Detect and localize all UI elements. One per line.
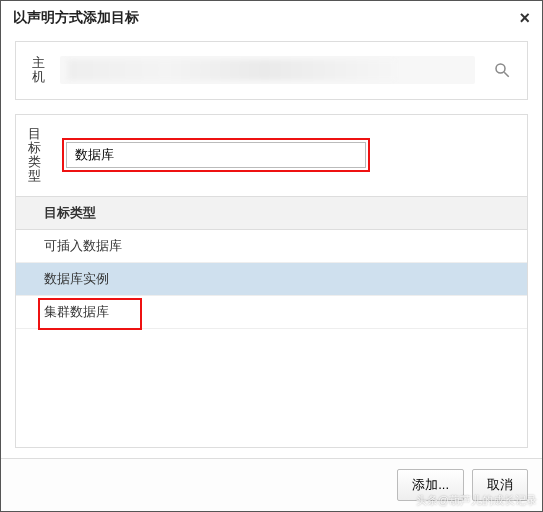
list-item[interactable]: 数据库实例 — [16, 263, 527, 296]
svg-point-0 — [496, 64, 505, 73]
host-row: 主机 — [32, 56, 511, 85]
target-type-row: 目标类型 — [16, 127, 527, 196]
svg-line-1 — [504, 73, 509, 78]
target-type-panel: 目标类型 目标类型 可插入数据库 数据库实例 集群数据库 — [15, 114, 528, 448]
close-icon[interactable]: × — [519, 9, 530, 27]
host-blur — [68, 60, 395, 80]
dialog-footer: 添加... 取消 — [1, 458, 542, 511]
host-input[interactable] — [60, 56, 475, 84]
target-type-input-highlight — [62, 138, 370, 172]
list-header: 目标类型 — [16, 196, 527, 230]
target-type-label: 目标类型 — [28, 127, 44, 184]
list-item[interactable]: 集群数据库 — [16, 296, 527, 329]
cancel-button[interactable]: 取消 — [472, 469, 528, 501]
host-panel: 主机 — [15, 41, 528, 100]
search-icon[interactable] — [493, 61, 511, 79]
list-item[interactable]: 可插入数据库 — [16, 230, 527, 263]
titlebar: 以声明方式添加目标 × — [1, 1, 542, 35]
target-type-input[interactable] — [66, 142, 366, 168]
host-label: 主机 — [32, 56, 50, 85]
dialog-title: 以声明方式添加目标 — [13, 9, 139, 27]
dialog-content: 主机 目标类型 目标类型 — [1, 35, 542, 458]
target-type-list: 可插入数据库 数据库实例 集群数据库 — [16, 230, 527, 447]
add-button[interactable]: 添加... — [397, 469, 464, 501]
dialog: 以声明方式添加目标 × 主机 目标类型 — [0, 0, 543, 512]
